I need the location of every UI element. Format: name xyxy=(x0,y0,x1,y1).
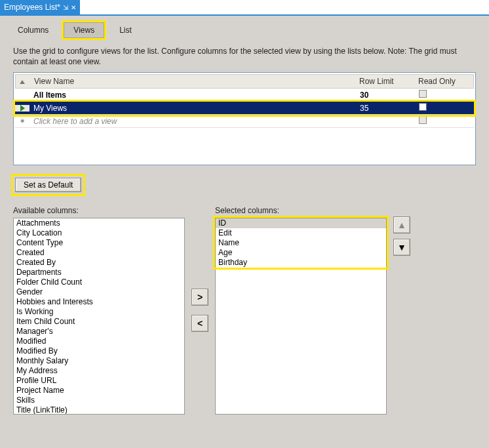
selected-label: Selected columns: xyxy=(215,206,387,215)
list-item[interactable]: City Location xyxy=(14,228,184,238)
move-up-button[interactable]: ▲ xyxy=(393,216,410,234)
cell-name[interactable]: My Views xyxy=(29,104,356,113)
tab-views[interactable]: Views xyxy=(64,22,104,38)
cell-readonly[interactable] xyxy=(415,103,474,113)
move-down-button[interactable]: ▼ xyxy=(393,239,410,256)
set-default-wrap: Set as Default xyxy=(13,176,83,194)
pin-icon[interactable]: ⇲ xyxy=(63,4,68,11)
cell-name[interactable]: All Items xyxy=(29,91,356,100)
row-indicator xyxy=(15,105,29,112)
list-item[interactable]: Age xyxy=(216,248,386,258)
document-title: Employees List* xyxy=(4,3,60,12)
grid-empty-space xyxy=(15,128,474,163)
list-item[interactable]: Project Name xyxy=(14,386,184,396)
list-item[interactable]: Is Working xyxy=(14,307,184,317)
move-buttons: > < xyxy=(191,206,208,332)
move-right-button[interactable]: > xyxy=(191,289,208,306)
col-header-readonly[interactable]: Read Only xyxy=(414,77,473,86)
list-item[interactable]: Created xyxy=(14,248,184,258)
document-tab-bar: Employees List* ⇲ ✕ xyxy=(0,0,489,14)
grid-header: View Name Row Limit Read Only xyxy=(15,74,474,89)
content-area: Columns Views List Use the grid to confi… xyxy=(0,16,489,448)
list-item[interactable]: Edit xyxy=(216,228,386,238)
available-listbox[interactable]: AttachmentsCity LocationContent TypeCrea… xyxy=(13,218,185,415)
add-view-placeholder[interactable]: Click here to add a view xyxy=(29,117,356,126)
list-item[interactable]: Created By xyxy=(14,258,184,268)
checkbox-icon[interactable] xyxy=(419,90,427,98)
list-item[interactable]: Title (LinkTitle) xyxy=(14,405,184,415)
cell-rowlimit[interactable]: 30 xyxy=(356,91,415,100)
columns-area: Available columns: AttachmentsCity Locat… xyxy=(0,194,489,415)
move-left-button[interactable]: < xyxy=(191,315,208,332)
list-item[interactable]: Modified xyxy=(14,336,184,346)
table-row[interactable]: My Views 35 xyxy=(15,102,474,115)
list-item[interactable]: Attachments xyxy=(14,218,184,228)
checkbox-icon[interactable] xyxy=(419,116,427,124)
available-label: Available columns: xyxy=(13,206,185,215)
table-row[interactable]: All Items 30 xyxy=(15,89,474,102)
list-item[interactable]: My Address xyxy=(14,366,184,376)
list-item[interactable]: Name xyxy=(216,238,386,248)
available-panel: Available columns: AttachmentsCity Locat… xyxy=(13,206,185,415)
document-tab[interactable]: Employees List* ⇲ ✕ xyxy=(0,0,80,14)
col-header-name[interactable]: View Name xyxy=(30,77,355,86)
list-item[interactable]: Hobbies and Interests xyxy=(14,297,184,307)
list-item[interactable]: Skills xyxy=(14,396,184,405)
table-row-add[interactable]: ✷ Click here to add a view xyxy=(15,115,474,128)
list-item[interactable]: Folder Child Count xyxy=(14,277,184,287)
list-item[interactable]: Modified By xyxy=(14,346,184,356)
list-item[interactable]: Gender xyxy=(14,287,184,297)
reorder-buttons: ▲ ▼ xyxy=(393,206,410,256)
list-item[interactable]: Manager's xyxy=(14,327,184,336)
list-item[interactable]: Birthday xyxy=(216,258,386,268)
play-icon xyxy=(20,105,25,112)
tab-list[interactable]: List xyxy=(109,22,142,38)
list-item[interactable]: ID xyxy=(216,218,386,228)
tab-columns[interactable]: Columns xyxy=(8,22,58,38)
selected-listbox[interactable]: IDEditNameAgeBirthday xyxy=(215,218,387,415)
list-item[interactable]: Monthly Salary xyxy=(14,356,184,366)
new-row-icon: ✷ xyxy=(15,117,29,125)
cell-readonly[interactable] xyxy=(415,116,474,126)
set-default-button[interactable]: Set as Default xyxy=(15,178,81,192)
list-item[interactable]: Item Child Count xyxy=(14,317,184,327)
sort-indicator-icon[interactable] xyxy=(16,77,30,86)
views-grid: View Name Row Limit Read Only All Items … xyxy=(13,72,476,165)
subtab-bar: Columns Views List xyxy=(0,16,489,38)
close-icon[interactable]: ✕ xyxy=(71,4,76,11)
list-item[interactable]: Departments xyxy=(14,268,184,277)
selected-panel: Selected columns: IDEditNameAgeBirthday xyxy=(215,206,387,415)
checkbox-icon[interactable] xyxy=(419,103,427,111)
cell-rowlimit[interactable]: 35 xyxy=(356,104,415,113)
col-header-rowlimit[interactable]: Row Limit xyxy=(355,77,414,86)
list-item[interactable]: Content Type xyxy=(14,238,184,248)
list-item[interactable]: Profile URL xyxy=(14,376,184,386)
cell-readonly[interactable] xyxy=(415,90,474,100)
description-text: Use the grid to configure views for the … xyxy=(0,38,489,72)
